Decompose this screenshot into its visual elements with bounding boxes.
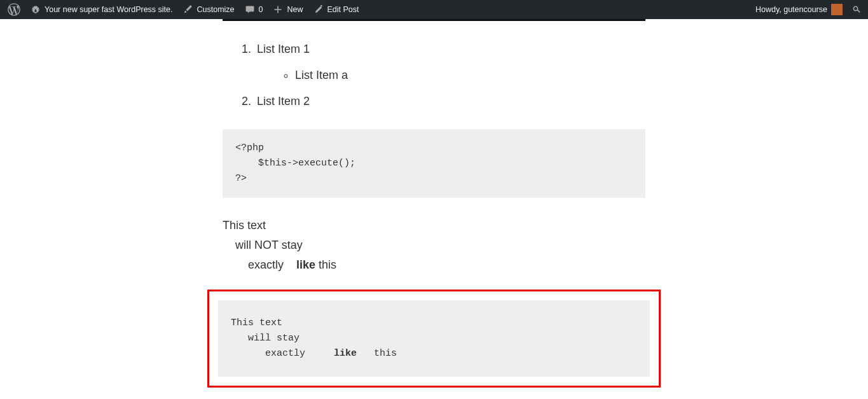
list-item-text: List Item a [295,69,348,81]
list-item-text: List Item 2 [257,95,310,108]
list-item-text: List Item 1 [257,43,310,55]
search-icon [851,4,862,15]
customize-link[interactable]: Customize [177,0,239,19]
howdy-text: Howdy, gutencourse [755,5,827,14]
text-line-2: will NOT stay [223,235,645,255]
ordered-list: List Item 1 List Item a List Item 2 [223,40,645,110]
wordpress-icon [8,3,20,16]
post-content: List Item 1 List Item a List Item 2 <?ph… [223,19,645,399]
php-code-block: <?php $this->execute(); ?> [223,129,645,198]
new-content-link[interactable]: New [268,0,308,19]
edit-post-label: Edit Post [327,5,359,14]
text-line-1: This text [223,219,266,232]
edit-post-link[interactable]: Edit Post [308,0,364,19]
customize-label: Customize [196,5,234,14]
dashboard-icon [31,4,41,15]
avatar [831,4,843,15]
site-title-text: Your new super fast WordPress site. [45,5,172,14]
nested-list: List Item a [257,66,645,85]
text-line-3: exactly like this [223,255,645,275]
not-stay-paragraph: This text will NOT stay exactly like thi… [223,216,645,274]
new-label: New [287,5,303,14]
brush-icon [183,4,193,15]
wp-admin-bar: Your new super fast WordPress site. Cust… [0,0,868,19]
preformatted-text: This text will stay exactly like this [218,300,650,377]
list-item: List Item 2 [254,92,645,111]
page-scroll-area[interactable]: List Item 1 List Item a List Item 2 <?ph… [0,19,868,399]
comment-icon [245,4,255,15]
site-title-link[interactable]: Your new super fast WordPress site. [25,0,177,19]
comments-count: 0 [259,5,263,14]
image-strip [223,19,645,21]
list-item: List Item 1 List Item a [254,40,645,85]
list-item: List Item a [295,66,645,85]
comments-link[interactable]: 0 [240,0,268,19]
plus-icon [273,4,283,15]
search-toggle[interactable] [848,0,865,19]
pencil-icon [313,4,324,15]
highlighted-preformatted-block: This text will stay exactly like this [207,290,661,388]
my-account-link[interactable]: Howdy, gutencourse [750,0,848,19]
wp-logo[interactable] [3,0,25,19]
